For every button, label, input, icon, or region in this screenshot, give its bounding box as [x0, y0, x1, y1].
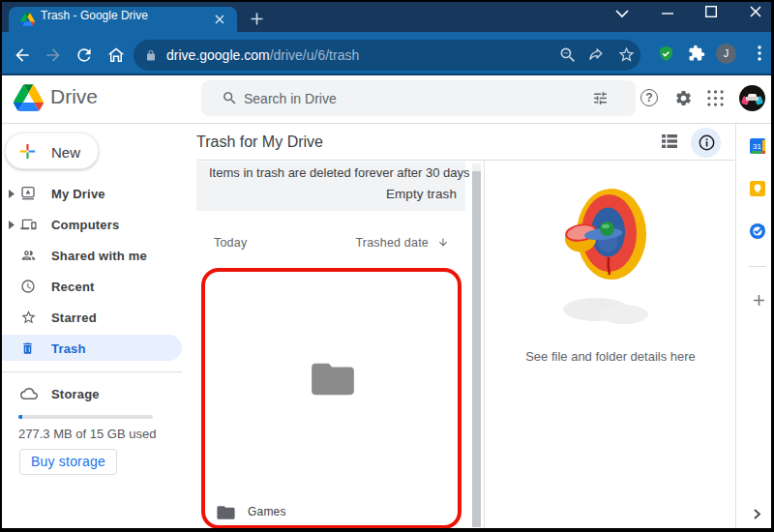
svg-text:31: 31	[753, 142, 761, 151]
